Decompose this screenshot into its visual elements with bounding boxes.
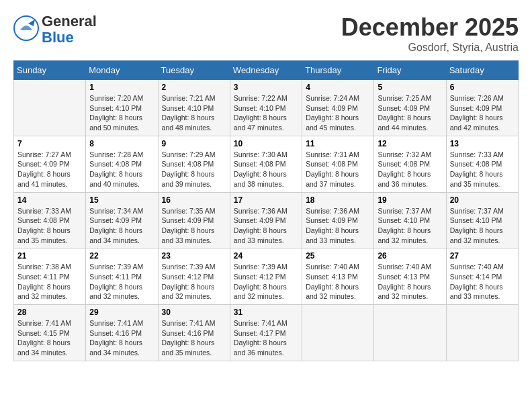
day-number: 12 — [378, 139, 442, 148]
day-number: 18 — [306, 195, 370, 205]
day-cell: 10Sunrise: 7:30 AMSunset: 4:08 PMDayligh… — [230, 136, 302, 192]
location: Gosdorf, Styria, Austria — [341, 42, 519, 54]
day-number: 25 — [306, 251, 370, 261]
day-info: Sunrise: 7:24 AMSunset: 4:09 PMDaylight:… — [306, 93, 370, 133]
title-block: December 2025 Gosdorf, Styria, Austria — [341, 13, 519, 54]
day-header-friday: Friday — [374, 61, 446, 80]
day-header-saturday: Saturday — [446, 61, 518, 80]
day-number: 4 — [306, 83, 370, 92]
day-info: Sunrise: 7:35 AMSunset: 4:09 PMDaylight:… — [162, 206, 226, 246]
week-row-5: 28Sunrise: 7:41 AMSunset: 4:15 PMDayligh… — [14, 305, 519, 361]
day-header-thursday: Thursday — [302, 61, 374, 80]
day-info: Sunrise: 7:37 AMSunset: 4:10 PMDaylight:… — [378, 206, 442, 246]
day-cell: 12Sunrise: 7:32 AMSunset: 4:08 PMDayligh… — [374, 136, 446, 192]
day-info: Sunrise: 7:28 AMSunset: 4:08 PMDaylight:… — [89, 150, 154, 189]
day-info: Sunrise: 7:41 AMSunset: 4:17 PMDaylight:… — [234, 318, 298, 358]
day-info: Sunrise: 7:33 AMSunset: 4:08 PMDaylight:… — [450, 150, 515, 189]
calendar-table: SundayMondayTuesdayWednesdayThursdayFrid… — [13, 60, 519, 361]
day-info: Sunrise: 7:40 AMSunset: 4:13 PMDaylight:… — [378, 262, 442, 302]
day-cell: 21Sunrise: 7:38 AMSunset: 4:11 PMDayligh… — [14, 248, 86, 305]
day-cell: 18Sunrise: 7:36 AMSunset: 4:09 PMDayligh… — [302, 192, 374, 248]
day-cell: 17Sunrise: 7:36 AMSunset: 4:09 PMDayligh… — [230, 192, 302, 248]
day-header-sunday: Sunday — [14, 61, 86, 80]
day-number: 22 — [89, 251, 154, 261]
week-row-2: 7Sunrise: 7:27 AMSunset: 4:09 PMDaylight… — [14, 136, 519, 192]
day-cell: 20Sunrise: 7:37 AMSunset: 4:10 PMDayligh… — [446, 192, 518, 248]
day-number: 26 — [378, 251, 442, 261]
day-number: 29 — [89, 308, 154, 317]
logo: General Blue — [13, 13, 97, 46]
day-cell: 25Sunrise: 7:40 AMSunset: 4:13 PMDayligh… — [302, 248, 374, 305]
day-info: Sunrise: 7:41 AMSunset: 4:15 PMDaylight:… — [17, 318, 82, 358]
day-number: 16 — [162, 195, 226, 205]
day-number: 5 — [378, 83, 442, 92]
day-info: Sunrise: 7:29 AMSunset: 4:08 PMDaylight:… — [162, 150, 226, 189]
day-cell: 23Sunrise: 7:39 AMSunset: 4:12 PMDayligh… — [158, 248, 230, 305]
day-info: Sunrise: 7:40 AMSunset: 4:13 PMDaylight:… — [306, 262, 370, 302]
day-info: Sunrise: 7:30 AMSunset: 4:08 PMDaylight:… — [234, 150, 298, 189]
day-info: Sunrise: 7:20 AMSunset: 4:10 PMDaylight:… — [89, 93, 154, 133]
day-number: 14 — [17, 195, 82, 205]
day-cell — [14, 80, 86, 136]
logo-blue-text: Blue — [42, 29, 74, 46]
day-number: 20 — [450, 195, 515, 205]
day-cell: 7Sunrise: 7:27 AMSunset: 4:09 PMDaylight… — [14, 136, 86, 192]
day-cell: 1Sunrise: 7:20 AMSunset: 4:10 PMDaylight… — [86, 80, 158, 136]
day-header-monday: Monday — [86, 61, 158, 80]
day-header-tuesday: Tuesday — [158, 61, 230, 80]
day-info: Sunrise: 7:36 AMSunset: 4:09 PMDaylight:… — [234, 206, 298, 246]
day-cell: 22Sunrise: 7:39 AMSunset: 4:11 PMDayligh… — [86, 248, 158, 305]
day-info: Sunrise: 7:21 AMSunset: 4:10 PMDaylight:… — [162, 93, 226, 133]
day-info: Sunrise: 7:39 AMSunset: 4:11 PMDaylight:… — [89, 262, 154, 302]
day-info: Sunrise: 7:34 AMSunset: 4:09 PMDaylight:… — [89, 206, 154, 246]
day-number: 11 — [306, 139, 370, 148]
day-info: Sunrise: 7:39 AMSunset: 4:12 PMDaylight:… — [162, 262, 226, 302]
day-info: Sunrise: 7:32 AMSunset: 4:08 PMDaylight:… — [378, 150, 442, 189]
day-cell: 8Sunrise: 7:28 AMSunset: 4:08 PMDaylight… — [86, 136, 158, 192]
day-number: 19 — [378, 195, 442, 205]
week-row-3: 14Sunrise: 7:33 AMSunset: 4:08 PMDayligh… — [14, 192, 519, 248]
day-info: Sunrise: 7:22 AMSunset: 4:10 PMDaylight:… — [234, 93, 298, 133]
day-headers-row: SundayMondayTuesdayWednesdayThursdayFrid… — [14, 61, 519, 80]
week-row-4: 21Sunrise: 7:38 AMSunset: 4:11 PMDayligh… — [14, 248, 519, 305]
day-cell: 31Sunrise: 7:41 AMSunset: 4:17 PMDayligh… — [230, 305, 302, 361]
day-cell: 2Sunrise: 7:21 AMSunset: 4:10 PMDaylight… — [158, 80, 230, 136]
day-number: 6 — [450, 83, 515, 92]
day-number: 9 — [162, 139, 226, 148]
day-info: Sunrise: 7:33 AMSunset: 4:08 PMDaylight:… — [17, 206, 82, 246]
day-cell: 5Sunrise: 7:25 AMSunset: 4:09 PMDaylight… — [374, 80, 446, 136]
day-info: Sunrise: 7:25 AMSunset: 4:09 PMDaylight:… — [378, 93, 442, 133]
day-info: Sunrise: 7:26 AMSunset: 4:09 PMDaylight:… — [450, 93, 515, 133]
day-cell: 9Sunrise: 7:29 AMSunset: 4:08 PMDaylight… — [158, 136, 230, 192]
day-cell: 6Sunrise: 7:26 AMSunset: 4:09 PMDaylight… — [446, 80, 518, 136]
day-number: 27 — [450, 251, 515, 261]
day-cell — [446, 305, 518, 361]
day-number: 21 — [17, 251, 82, 261]
day-cell: 30Sunrise: 7:41 AMSunset: 4:16 PMDayligh… — [158, 305, 230, 361]
day-info: Sunrise: 7:38 AMSunset: 4:11 PMDaylight:… — [17, 262, 82, 302]
day-number: 3 — [234, 83, 298, 92]
day-cell — [302, 305, 374, 361]
day-cell: 28Sunrise: 7:41 AMSunset: 4:15 PMDayligh… — [14, 305, 86, 361]
logo-icon — [13, 15, 39, 41]
day-number: 15 — [89, 195, 154, 205]
day-info: Sunrise: 7:31 AMSunset: 4:08 PMDaylight:… — [306, 150, 370, 189]
day-info: Sunrise: 7:39 AMSunset: 4:12 PMDaylight:… — [234, 262, 298, 302]
day-number: 10 — [234, 139, 298, 148]
day-cell: 13Sunrise: 7:33 AMSunset: 4:08 PMDayligh… — [446, 136, 518, 192]
day-info: Sunrise: 7:40 AMSunset: 4:14 PMDaylight:… — [450, 262, 515, 302]
day-header-wednesday: Wednesday — [230, 61, 302, 80]
page-header: General Blue December 2025 Gosdorf, Styr… — [13, 13, 519, 54]
day-info: Sunrise: 7:41 AMSunset: 4:16 PMDaylight:… — [162, 318, 226, 358]
day-number: 8 — [89, 139, 154, 148]
month-title: December 2025 — [341, 13, 519, 42]
day-number: 31 — [234, 308, 298, 317]
day-cell: 26Sunrise: 7:40 AMSunset: 4:13 PMDayligh… — [374, 248, 446, 305]
day-info: Sunrise: 7:36 AMSunset: 4:09 PMDaylight:… — [306, 206, 370, 246]
week-row-1: 1Sunrise: 7:20 AMSunset: 4:10 PMDaylight… — [14, 80, 519, 136]
day-cell: 24Sunrise: 7:39 AMSunset: 4:12 PMDayligh… — [230, 248, 302, 305]
day-cell: 19Sunrise: 7:37 AMSunset: 4:10 PMDayligh… — [374, 192, 446, 248]
day-info: Sunrise: 7:37 AMSunset: 4:10 PMDaylight:… — [450, 206, 515, 246]
day-number: 30 — [162, 308, 226, 317]
day-cell: 27Sunrise: 7:40 AMSunset: 4:14 PMDayligh… — [446, 248, 518, 305]
